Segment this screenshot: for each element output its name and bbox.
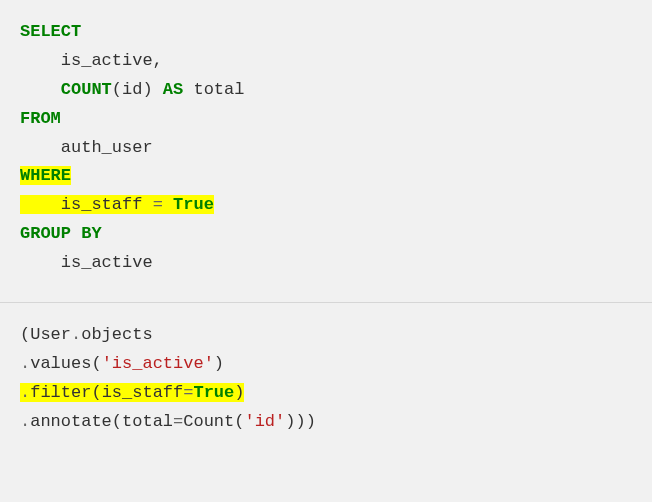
sql-code-block: SELECT is_active, COUNT(id) AS total FRO…: [0, 0, 652, 302]
col-is-active: is_active,: [61, 51, 163, 70]
sql-line-select: SELECT: [20, 18, 632, 47]
sql-line-table: auth_user: [20, 134, 632, 163]
val-true-py: True: [193, 383, 234, 402]
sql-line-from: FROM: [20, 105, 632, 134]
sql-line-where: WHERE: [20, 162, 632, 191]
kwarg-total: total: [122, 412, 173, 431]
sql-line-where-cond: is_staff = True: [20, 191, 632, 220]
kw-as: AS: [163, 80, 183, 99]
sql-line-col1: is_active,: [20, 47, 632, 76]
attr-objects: objects: [81, 325, 152, 344]
kw-groupby: GROUP BY: [20, 224, 102, 243]
val-true: True: [173, 195, 214, 214]
sql-line-groupby: GROUP BY: [20, 220, 632, 249]
py-line-annotate: .annotate(total=Count('id'))): [20, 408, 632, 437]
kwarg-is-staff: is_staff: [102, 383, 184, 402]
kw-select: SELECT: [20, 22, 81, 41]
method-annotate: annotate: [30, 412, 112, 431]
kw-where: WHERE: [20, 166, 71, 185]
count-arg: id: [122, 80, 142, 99]
group-col: is_active: [61, 253, 153, 272]
py-line-1: (User.objects: [20, 321, 632, 350]
method-values: values: [30, 354, 91, 373]
table-name: auth_user: [61, 138, 153, 157]
fn-count: COUNT: [61, 80, 112, 99]
where-col: is_staff: [61, 195, 143, 214]
cls-count: Count: [183, 412, 234, 431]
alias-total: total: [193, 80, 244, 99]
cls-user: User: [30, 325, 71, 344]
op-eq: =: [153, 195, 163, 214]
python-code-block: (User.objects .values('is_active') .filt…: [0, 303, 652, 461]
sql-line-groupcol: is_active: [20, 249, 632, 278]
sql-line-count: COUNT(id) AS total: [20, 76, 632, 105]
method-filter: filter: [30, 383, 91, 402]
py-line-filter: .filter(is_staff=True): [20, 379, 632, 408]
py-line-values: .values('is_active'): [20, 350, 632, 379]
kw-from: FROM: [20, 109, 61, 128]
str-id: 'id': [244, 412, 285, 431]
str-is-active: 'is_active': [102, 354, 214, 373]
